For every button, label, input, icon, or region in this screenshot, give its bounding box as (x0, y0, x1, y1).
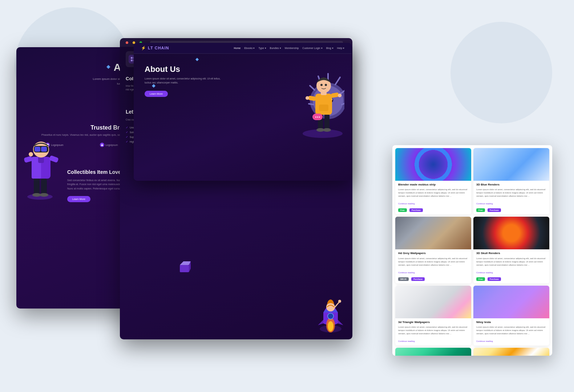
blog-card-5-link[interactable]: Continue reading (398, 340, 415, 342)
bg-decoration-circle-right (450, 22, 552, 123)
top-nav: ⚡ LT CHAIN Home Ebooks ▾ Type ▾ Bundles … (134, 43, 352, 54)
site-logo: ⚡ LT CHAIN (141, 46, 169, 50)
hero-learn-more-button[interactable]: Learn More (145, 91, 168, 97)
blog-card-7-image (395, 348, 471, 356)
blog-card-6-text: Lorem ipsum dolor sit amet, consectetur … (476, 326, 546, 335)
chat-dot-2 (317, 117, 318, 118)
svg-rect-50 (324, 114, 330, 130)
blog-card-4-image (473, 217, 549, 249)
nav-link-type[interactable]: Type ▾ (258, 47, 266, 50)
chat-dot-3 (319, 117, 320, 118)
blog-card-4-link[interactable]: Continue reading (476, 271, 493, 274)
svg-rect-63 (180, 265, 189, 272)
svg-rect-21 (131, 60, 133, 61)
nav-link-bundles[interactable]: Bundles ▾ (270, 47, 281, 50)
back-collectibles-button[interactable]: Learn More (67, 196, 90, 202)
blog-card-1-badge-purchase[interactable]: Purchase (409, 208, 423, 212)
blog-card-2-body: 3D Blue Renders Lorem ipsum dolor sit am… (473, 181, 549, 215)
svg-point-58 (338, 94, 341, 97)
blog-card-4-badge-purchase[interactable]: Purchase (488, 277, 501, 281)
gem-icon-hero-left: ◆ (152, 83, 155, 88)
blog-card-5-body: 3d Triangle Wallpapers Lorem ipsum dolor… (395, 318, 471, 346)
blog-card-3-text: Lorem ipsum dolor sit amet, consectetur … (398, 257, 468, 267)
blog-card-3-badge-price: $98.00 (398, 277, 409, 281)
svg-point-32 (328, 313, 334, 319)
hero-3d-character (286, 57, 344, 141)
svg-rect-12 (24, 156, 33, 163)
blog-card-1-link[interactable]: Continue reading (398, 203, 415, 205)
nav-link-membership[interactable]: Membership (285, 47, 299, 50)
chat-bubble (312, 114, 323, 120)
blog-card-3: Hd Grey Wallpapers Lorem ipsum dolor sit… (395, 217, 471, 283)
blog-card-2-badge-purchase[interactable]: Purchase (488, 208, 501, 212)
nav-link-help[interactable]: Help ▾ (337, 47, 344, 50)
svg-point-61 (320, 84, 323, 86)
check-icon-1: ✓ (126, 126, 128, 129)
nav-link-home[interactable]: Home (234, 47, 240, 50)
blog-card-4-badge-free: Free (476, 277, 485, 281)
check-icon-5: ✓ (126, 135, 128, 139)
logo-2-icon (100, 143, 104, 147)
blog-card-1: Blender made mobius strip Lorem ipsum do… (395, 148, 471, 215)
blog-card-2-text: Lorem ipsum dolor sit amet, consectetur … (476, 188, 546, 198)
blog-card-8-image (473, 348, 549, 356)
blog-card-5-text: Lorem ipsum dolor sit amet, consectetur … (398, 326, 468, 335)
svg-point-57 (306, 96, 309, 100)
top-window: ⚡ LT CHAIN Home Ebooks ▾ Type ▾ Bundles … (134, 43, 352, 181)
nav-link-customer[interactable]: Customer Login ▾ (302, 47, 322, 50)
blog-card-4-text: Lorem ipsum dolor sit amet, consectetur … (476, 257, 546, 267)
blog-card-3-image (395, 217, 471, 249)
blog-card-1-body: Blender made mobius strip Lorem ipsum do… (395, 181, 471, 215)
svg-line-44 (309, 104, 314, 105)
svg-marker-64 (180, 261, 191, 265)
blog-card-2-image (473, 148, 549, 181)
top-hero-subtitle: Lorem ipsum dolor sit amet, consectetur … (145, 77, 225, 85)
svg-rect-18 (41, 147, 47, 152)
svg-point-52 (323, 128, 331, 132)
nav-dot-red (126, 41, 128, 44)
blog-card-5-title: 3d Triangle Wallpapers (398, 320, 468, 324)
svg-point-14 (29, 152, 33, 156)
svg-rect-5 (34, 177, 40, 195)
blog-card-6-link[interactable]: Continue reading (476, 340, 493, 342)
chat-dot-1 (315, 117, 316, 118)
vr-character (20, 130, 64, 202)
blog-card-3-link[interactable]: Continue reading (398, 271, 415, 274)
svg-rect-53 (315, 94, 332, 115)
blog-card-4: 3D Skull Renders Lorem ipsum dolor sit a… (473, 217, 549, 283)
blog-card-7: Erick Butler Lorem ipsum dolor sit amet,… (395, 348, 471, 356)
blog-card-2-badge-free: Free (476, 208, 485, 212)
svg-rect-19 (131, 57, 133, 59)
blog-card-4-body: 3D Skull Renders Lorem ipsum dolor sit a… (473, 249, 549, 283)
svg-point-31 (328, 321, 334, 331)
blog-card-3-title: Hd Grey Wallpapers (398, 252, 468, 255)
blog-card-5-image (395, 286, 471, 318)
nav-link-ebooks[interactable]: Ebooks ▾ (244, 47, 255, 50)
floating-cube (178, 260, 193, 275)
logo-2-label: Logoipsum (105, 144, 118, 146)
gem-icon-hero-right: ◆ (195, 57, 199, 62)
blog-card-1-text: Lorem ipsum dolor sit amet, consectetur … (398, 188, 468, 198)
svg-line-39 (335, 77, 340, 85)
nav-link-blog[interactable]: Blog ▾ (326, 47, 334, 50)
svg-point-34 (338, 300, 341, 303)
svg-line-42 (310, 86, 315, 90)
nav-links: Home Ebooks ▾ Type ▾ Bundles ▾ Membershi… (234, 47, 344, 50)
svg-point-62 (325, 84, 327, 86)
svg-rect-17 (35, 147, 40, 152)
check-icon-3: ✓ (126, 131, 128, 134)
check-icon-7: ✓ (126, 140, 128, 143)
blog-card-5: 3d Triangle Wallpapers Lorem ipsum dolor… (395, 286, 471, 346)
blog-card-2-link[interactable]: Continue reading (476, 203, 493, 205)
blog-card-3-badge-purchase[interactable]: Purchase (411, 277, 425, 281)
svg-rect-54 (319, 105, 328, 111)
blog-window: Blender made mobius strip Lorem ipsum do… (392, 145, 552, 356)
blog-card-6-title: Niloy tesla (476, 320, 546, 324)
blog-grid: Blender made mobius strip Lorem ipsum do… (392, 145, 552, 356)
blog-card-6: Niloy tesla Lorem ipsum dolor sit amet, … (473, 286, 549, 346)
blog-card-2: 3D Blue Renders Lorem ipsum dolor sit am… (473, 148, 549, 215)
gem-icon-left: ◆ (106, 64, 110, 69)
logo-2: Logoipsum (100, 143, 118, 147)
blog-card-6-body: Niloy tesla Lorem ipsum dolor sit amet, … (473, 318, 549, 346)
svg-marker-1 (101, 144, 103, 146)
